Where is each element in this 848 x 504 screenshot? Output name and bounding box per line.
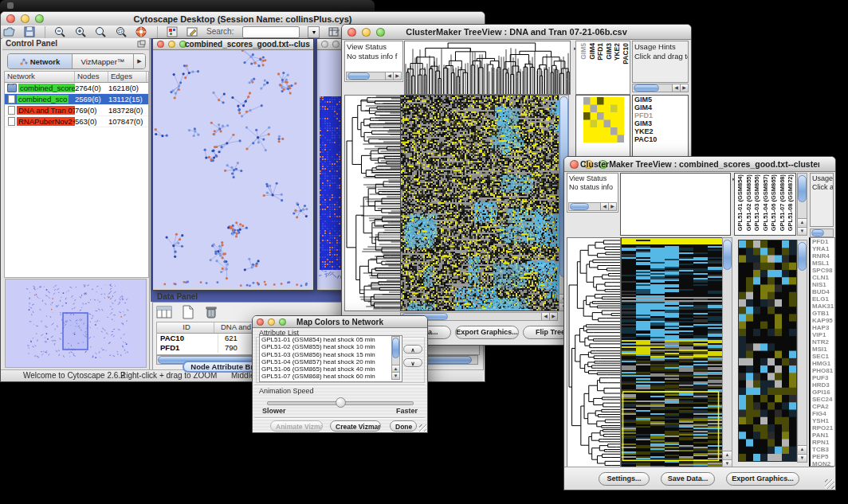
gene-label[interactable]: YRA1 [811,245,834,252]
gene-label[interactable]: BUD4 [811,288,834,295]
scroll-right-icon[interactable]: ▶ [393,72,401,80]
network-table-row[interactable]: RNAPuberNov2+ 563(0) 107847(0) [5,116,148,127]
network-window-1-titlebar[interactable]: combined_scores_good.txt--cluste... [153,39,313,50]
tv2-heatmap-vscrollbar[interactable]: ▲ ▼ [722,237,732,468]
column-label[interactable]: GPL51-02 (GSM855) [745,174,754,231]
network-table-row[interactable]: DNA and Tran 07 769(0) 183728(0) [5,105,148,116]
gene-label[interactable]: NIS1 [811,281,834,288]
gene-label[interactable]: GPI16 [811,389,834,396]
column-label[interactable]: GIM5 [579,43,588,60]
gene-label[interactable]: PAN1 [811,432,834,439]
attribute-list-item[interactable]: GPL51-02 (GSM855) heat shock 10 min [260,343,402,350]
animate-vizmap-button[interactable]: Animate Vizmap [270,420,323,432]
tv1-view-status-hscrollbar[interactable]: ◀ ▶ [346,72,402,80]
column-label[interactable]: GIM4 [588,43,597,60]
tv2-heatmap[interactable] [621,237,723,468]
tv1-similarity-matrix[interactable] [583,97,624,143]
attribute-listbox[interactable]: GPL51-01 (GSM854) heat shock 05 minGPL51… [259,335,402,382]
close-button[interactable] [6,14,15,23]
scroll-left-icon[interactable]: ◀ [541,313,549,320]
gene-label[interactable]: SEC24 [811,396,834,403]
column-label[interactable]: GPL51-06 (GSM865) [770,174,779,231]
attribute-list-item[interactable]: GPL51-03 (GSM856) heat shock 15 min [260,351,402,358]
attribute-list-item[interactable]: GPL51-01 (GSM854) heat shock 05 min [260,336,402,343]
resize-grip[interactable] [419,424,426,432]
close-button[interactable] [157,41,164,48]
close-button[interactable] [570,160,579,169]
gene-label[interactable]: MON2 [811,460,834,467]
tv1-heatmap[interactable] [400,95,559,311]
row-label[interactable]: PAC10 [633,135,688,143]
gene-label[interactable]: MSL1 [811,260,834,267]
column-label[interactable]: GPL51-03 (GSM856) [753,174,762,231]
scroll-up-icon[interactable]: ▲ [798,218,807,226]
gene-label[interactable]: FIG4 [811,410,834,417]
attribute-list-item[interactable]: GPL51-07 (GSM868) heat shock 60 min [260,373,402,380]
gene-label[interactable]: SPC98 [811,267,834,274]
tv1-usage-hscrollbar[interactable]: ◀ ▶ [632,84,689,92]
gene-label[interactable]: RPO21 [811,424,834,432]
done-button[interactable]: Done [390,420,417,432]
gene-label[interactable]: PFD1 [811,238,834,245]
scroll-up-icon[interactable]: ▲ [392,365,399,372]
column-label[interactable]: GIM3 [605,43,614,60]
create-vizmap-button[interactable]: Create Vizmap [330,420,381,432]
network-view-canvas[interactable] [153,50,312,288]
select-attributes-icon[interactable] [156,305,172,322]
action-button[interactable]: Export Graphics... [455,326,519,339]
gene-label[interactable]: CPA2 [811,403,834,410]
minimize-button[interactable] [168,41,175,48]
tv2-zoom-heatmap[interactable] [738,240,797,462]
action-button[interactable]: Export Graphics... [726,472,799,486]
tv2-row-dendrogram[interactable] [567,237,621,468]
tv2-labels-vscrollbar[interactable]: ▲ ▼ [797,173,807,236]
action-button[interactable]: Settings... [599,472,650,486]
gene-label[interactable]: SEC1 [811,353,834,360]
tab-vizmapper[interactable]: VizMapper™ [73,54,134,68]
scroll-down-icon[interactable]: ▼ [798,227,807,235]
close-button[interactable] [257,318,264,326]
row-label[interactable]: YKE2 [633,127,688,135]
gene-label[interactable]: PEP5 [811,453,834,460]
gene-label[interactable]: KAP95 [811,317,834,324]
attribute-list-vscrollbar[interactable]: ▲ ▼ [391,336,400,380]
gene-label[interactable]: GTB1 [811,310,834,317]
scroll-right-icon[interactable]: ▶ [549,313,557,320]
row-label[interactable]: GIM4 [633,104,688,111]
search-input[interactable] [242,26,300,38]
tv1-row-dendrogram[interactable] [344,95,401,311]
birdseye-overview[interactable] [5,279,147,368]
attribute-list-item[interactable]: GPL51-06 (GSM865) heat shock 40 min [260,365,402,373]
tv2-zoom-vscrollbar[interactable]: ▲ ▼ [797,240,807,463]
row-label[interactable]: GIM5 [633,96,688,104]
close-button[interactable] [321,41,328,48]
scroll-up-icon[interactable]: ▲ [798,445,807,453]
gene-label[interactable]: ELG1 [811,295,834,303]
new-attribute-icon[interactable] [182,305,194,322]
tv2-view-status-hscrollbar[interactable]: ◀ ▶ [568,202,617,211]
gene-label[interactable]: CLN1 [811,274,834,281]
gene-label[interactable]: VIP1 [811,331,834,338]
gene-label[interactable]: MAK31 [811,303,834,310]
network-table-header[interactable]: Network Nodes Edges [5,72,148,83]
scroll-right-icon[interactable]: ▶ [680,84,688,92]
gene-label[interactable]: HRD3 [811,381,834,389]
gene-label[interactable]: HAP3 [811,324,834,331]
column-label[interactable]: PFD1 [596,43,605,61]
gene-label[interactable]: TCB3 [811,446,834,453]
column-label[interactable]: GPL51-08 (GSM872) [787,174,795,231]
search-dropdown-button[interactable]: ▼ [308,26,320,38]
close-button[interactable] [347,28,356,37]
scroll-left-icon[interactable]: ◀ [600,203,608,210]
tab-network[interactable]: Network [8,54,73,68]
gene-label[interactable]: RPN1 [811,439,834,446]
gene-label[interactable]: PUF3 [811,374,834,381]
slider-thumb[interactable] [336,397,346,408]
scroll-up-icon[interactable]: ▲ [723,451,732,459]
column-label[interactable]: GPL51-04 (GSM857) [762,174,771,231]
tv2-usage-hscrollbar[interactable] [810,229,834,237]
tab-overflow-arrow[interactable]: ▶ [134,54,145,68]
column-label[interactable]: YKE2 [613,43,622,61]
network-table-row[interactable]: combined_sco 2569(6) 13112(15) [5,94,148,105]
gene-label[interactable]: NTR2 [811,338,834,346]
